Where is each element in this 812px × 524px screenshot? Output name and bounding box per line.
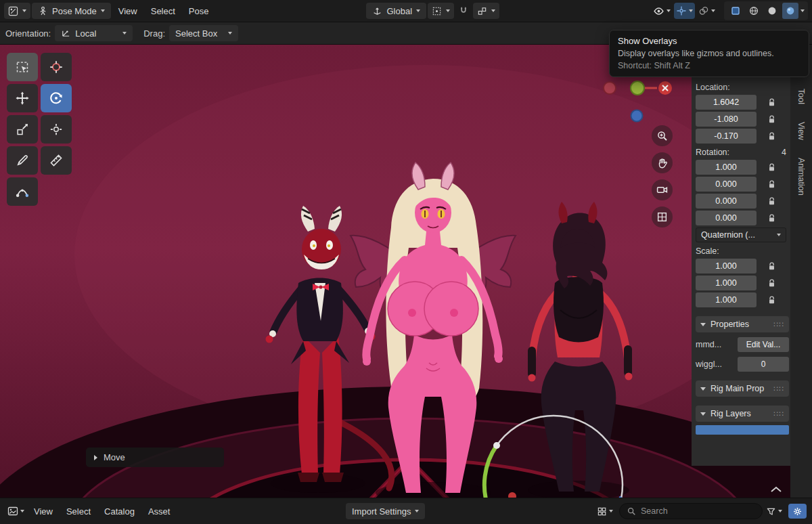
tooltip-shortcut: Shortcut: Shift Alt Z [618, 61, 800, 70]
viewport-region[interactable]: Move Location: 1.6042 -1.080 -0.170 Rota… [0, 45, 812, 498]
pose-breakdowner-icon [16, 185, 29, 198]
gizmos-dropdown[interactable] [674, 3, 695, 19]
lock-open-icon[interactable] [768, 132, 775, 141]
drag-dropdown[interactable]: Select Box [169, 25, 238, 41]
asset-browser-header: View Select Catalog Asset Import Setting… [0, 498, 812, 524]
chevron-down-icon [700, 387, 706, 391]
location-label: Location: [696, 83, 730, 92]
operator-panel[interactable]: Move [86, 447, 224, 467]
menu-asset[interactable]: Asset [142, 503, 177, 519]
menu-pose[interactable]: Pose [183, 3, 215, 19]
rotation-y-field[interactable]: 0.000 [696, 194, 757, 209]
lock-open-icon[interactable] [768, 197, 775, 206]
pan-button[interactable] [652, 152, 673, 173]
pivot-point-dropdown[interactable] [428, 3, 454, 19]
viewport-nav-controls [652, 125, 673, 227]
editor-type-button[interactable] [4, 3, 30, 19]
lock-open-icon[interactable] [768, 262, 775, 271]
scale-y-field[interactable]: 1.000 [696, 276, 757, 290]
ortho-toggle-button[interactable] [652, 206, 673, 227]
menu-view[interactable]: View [112, 3, 143, 19]
display-mode-dropdown[interactable] [595, 503, 615, 519]
rotation-z-field[interactable]: 0.000 [696, 211, 757, 225]
rotation-mode-dropdown[interactable]: Quaternion (... [696, 227, 786, 242]
grip-dots-icon[interactable]: ∷∷ [773, 385, 784, 393]
menu-catalog[interactable]: Catalog [98, 503, 141, 519]
menu-select-bottom[interactable]: Select [60, 503, 97, 519]
viewport-3d[interactable] [0, 45, 812, 498]
asset-editor-type-button[interactable] [5, 503, 26, 519]
grid-view-icon [597, 506, 607, 517]
move-icon [16, 91, 29, 105]
chevron-down-icon [689, 9, 693, 12]
transform-orientation-dropdown[interactable]: Global [366, 3, 426, 19]
tab-animation[interactable]: Animation [795, 154, 807, 199]
tool-select-box[interactable] [7, 53, 38, 81]
search-box[interactable] [619, 503, 763, 519]
location-y-field[interactable]: -1.080 [696, 112, 757, 127]
rig-layers-panel-header[interactable]: Rig Layers ∷∷ [696, 406, 789, 422]
grip-dots-icon[interactable]: ∷∷ [773, 410, 784, 418]
pan-hand-icon [656, 157, 668, 169]
scroll-up-hint[interactable] [770, 485, 782, 495]
camera-view-button[interactable] [652, 179, 673, 200]
lock-open-icon[interactable] [768, 279, 775, 288]
lock-open-icon[interactable] [768, 98, 775, 107]
tooltip: Show Overlays Display overlays like gizm… [609, 30, 809, 77]
tool-cursor[interactable] [41, 53, 72, 81]
filter-settings-button[interactable] [788, 504, 807, 519]
filter-dropdown[interactable] [764, 503, 784, 519]
lock-open-icon[interactable] [768, 180, 775, 189]
lock-open-icon[interactable] [768, 115, 775, 124]
prop-label: mmd... [696, 340, 738, 349]
lock-open-icon[interactable] [768, 163, 775, 172]
shading-solid-button[interactable] [764, 3, 780, 19]
tool-measure[interactable] [41, 146, 72, 175]
scale-x-field[interactable]: 1.000 [696, 259, 757, 274]
scale-z-field[interactable]: 1.000 [696, 292, 757, 307]
menu-select[interactable]: Select [145, 3, 181, 19]
rig-layer-active-row[interactable] [696, 425, 789, 435]
tab-view[interactable]: View [795, 118, 807, 144]
rotation-x-field[interactable]: 0.000 [696, 177, 757, 192]
zoom-button[interactable] [652, 125, 673, 146]
shading-rendered-button[interactable] [782, 3, 798, 19]
mode-selector-dropdown[interactable]: Pose Mode [32, 3, 111, 19]
tool-rotate[interactable] [41, 84, 72, 112]
wiggle-value-field[interactable]: 0 [738, 357, 789, 372]
properties-panel-header[interactable]: Properties ∷∷ [696, 316, 789, 332]
tool-move[interactable] [7, 84, 38, 112]
tab-tool[interactable]: Tool [795, 85, 807, 108]
tool-annotate[interactable] [7, 146, 38, 175]
shading-dropdown-chevron[interactable] [800, 9, 805, 12]
blender-window: Pose Mode View Select Pose Global [0, 0, 812, 524]
rig-layers-title: Rig Layers [710, 409, 751, 418]
lock-open-icon[interactable] [768, 296, 775, 305]
tool-pose-breakdowner[interactable] [7, 177, 38, 206]
tool-scale[interactable] [7, 115, 38, 144]
overlays-dropdown[interactable] [696, 3, 717, 19]
edit-value-button[interactable]: Edit Val... [738, 337, 789, 352]
tool-transform[interactable] [41, 115, 72, 144]
snap-magnet-toggle[interactable] [455, 3, 472, 19]
snap-target-dropdown[interactable] [473, 3, 499, 19]
chevron-down-icon [122, 32, 127, 35]
location-z-field[interactable]: -0.170 [696, 129, 757, 144]
toggle-xray-button[interactable] [727, 3, 744, 19]
solid-shading-icon [767, 5, 777, 16]
search-input[interactable] [641, 506, 742, 516]
cursor-icon [49, 60, 63, 74]
rotation-w-field[interactable]: 1.000 [696, 160, 757, 175]
rig-main-panel-header[interactable]: Rig Main Prop ∷∷ [696, 380, 789, 397]
location-x-field[interactable]: 1.6042 [696, 95, 757, 110]
menu-view-bottom[interactable]: View [28, 503, 59, 519]
lock-open-icon[interactable] [768, 214, 775, 223]
settings-gear-icon [792, 506, 803, 517]
import-settings-dropdown[interactable]: Import Settings [346, 503, 425, 519]
orientation-dropdown[interactable]: Local [55, 25, 133, 41]
grip-dots-icon[interactable]: ∷∷ [773, 320, 784, 329]
shading-wireframe-button[interactable] [746, 3, 762, 19]
shading-group [724, 1, 808, 20]
visibility-dropdown[interactable] [651, 3, 673, 19]
orientation-label: Orientation: [5, 28, 51, 39]
